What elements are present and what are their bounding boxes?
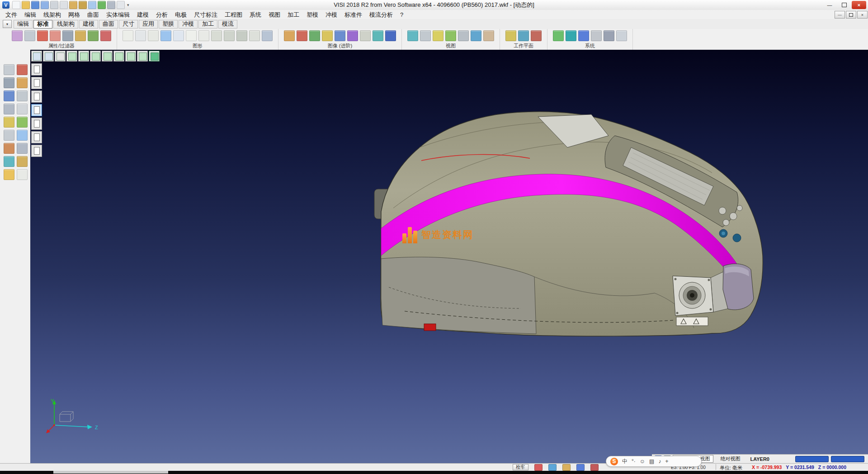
menu-item[interactable]: 文件 — [2, 10, 21, 19]
mdi-minimize-button[interactable]: — — [835, 11, 845, 19]
open-folder-icon[interactable] — [4, 169, 14, 180]
print-graphics-icon[interactable] — [24, 30, 35, 41]
menu-item[interactable]: 编辑 — [21, 10, 40, 19]
undo-icon[interactable] — [69, 1, 77, 9]
new-file-icon[interactable] — [12, 1, 20, 9]
named-view-icon[interactable] — [483, 30, 494, 41]
zoom-in-icon[interactable] — [433, 30, 443, 41]
environment-icon[interactable] — [360, 30, 371, 41]
tab-dimension[interactable]: 尺寸 — [119, 20, 138, 28]
copy-icon[interactable] — [88, 1, 96, 9]
ime-keyboard[interactable]: ▤ — [649, 458, 654, 465]
attributes-icon[interactable] — [12, 30, 23, 41]
snap-indicator-icon[interactable] — [534, 464, 542, 471]
save-all-icon[interactable] — [41, 1, 49, 9]
select-tool-icon[interactable] — [4, 64, 14, 75]
menu-item[interactable]: 尺寸标注 — [190, 10, 221, 19]
menu-item[interactable]: 网格 — [65, 10, 84, 19]
view-cube-back-icon[interactable] — [113, 51, 124, 62]
scale-tool-icon[interactable] — [17, 117, 28, 128]
workplane-standard-icon[interactable] — [505, 30, 516, 41]
menu-item[interactable]: 塑模 — [303, 10, 322, 19]
previous-view-icon[interactable] — [471, 30, 481, 41]
ime-logo-icon[interactable]: S — [610, 458, 618, 465]
menu-item[interactable]: 标准件 — [341, 10, 366, 19]
workplane-entity-icon[interactable] — [531, 30, 542, 41]
app-logo-icon[interactable]: V — [2, 1, 9, 9]
lighting-icon[interactable] — [335, 30, 345, 41]
edge-display-icon[interactable] — [249, 30, 260, 41]
ime-toolbox[interactable]: + — [665, 458, 668, 465]
saved-view-slot-3[interactable] — [31, 90, 42, 103]
purge-icon[interactable] — [100, 30, 111, 41]
view-cube-front-icon[interactable] — [90, 51, 101, 62]
view-cube-dimetric-icon[interactable] — [149, 51, 160, 62]
globe-icon[interactable] — [566, 30, 576, 41]
window-system-icon[interactable] — [578, 30, 589, 41]
transparency-icon[interactable] — [173, 30, 184, 41]
red-switch[interactable] — [424, 324, 436, 331]
paste-icon[interactable] — [98, 1, 106, 9]
tab-apply[interactable]: 应用 — [139, 20, 158, 28]
saved-view-slot-5[interactable] — [31, 118, 42, 130]
maximize-button[interactable] — [837, 1, 851, 9]
menu-item[interactable]: 视图 — [265, 10, 284, 19]
section-view-icon[interactable] — [211, 30, 222, 41]
tab-modeling[interactable]: 建模 — [79, 20, 98, 28]
menu-item[interactable]: 工程图 — [221, 10, 246, 19]
mdi-close-button[interactable]: × — [857, 11, 868, 19]
saved-view-slot-4[interactable] — [31, 104, 42, 116]
minimize-button[interactable]: — — [823, 1, 836, 9]
view-cube-bottom-icon[interactable] — [137, 51, 148, 62]
perspective-icon[interactable] — [616, 30, 627, 41]
solid-tool-icon[interactable] — [4, 130, 14, 141]
taskbar-segment[interactable] — [53, 471, 168, 474]
active-layer-label[interactable]: LAYER0 — [750, 456, 769, 462]
menu-item[interactable]: 实体编辑 — [103, 10, 133, 19]
hidden-line-icon[interactable] — [148, 30, 159, 41]
render-icon[interactable] — [284, 30, 295, 41]
shaded-view-icon[interactable] — [123, 30, 133, 41]
shaded-edges-icon[interactable] — [160, 30, 171, 41]
preview-icon[interactable] — [60, 1, 68, 9]
view-mode-label[interactable]: 绝对视图 — [721, 455, 741, 462]
box-view-icon[interactable] — [224, 30, 235, 41]
tab-die[interactable]: 冲模 — [179, 20, 198, 28]
progress-bar-1[interactable] — [795, 456, 829, 462]
help-icon[interactable] — [117, 1, 125, 9]
menu-item[interactable]: 冲模 — [322, 10, 341, 19]
redo-icon[interactable] — [79, 1, 87, 9]
ime-emoji[interactable]: ☺ — [640, 458, 645, 465]
save-icon[interactable] — [31, 1, 39, 9]
rotate-tool-icon[interactable] — [17, 104, 28, 114]
solid-display-icon[interactable] — [236, 30, 247, 41]
quick-access-dropdown[interactable]: ▾ — [127, 3, 129, 7]
progress-bar-2[interactable] — [831, 456, 864, 462]
tab-edit[interactable]: 编辑 — [14, 20, 33, 28]
view-cube-top-icon[interactable] — [78, 51, 89, 62]
tab-moldflow[interactable]: 模流 — [218, 20, 237, 28]
ime-toolbar[interactable]: S 中°·☺▤♪+ — [606, 456, 702, 467]
zoom-window-icon[interactable] — [420, 30, 431, 41]
open-file-icon[interactable] — [22, 1, 30, 9]
ime-mic[interactable]: ♪ — [658, 458, 661, 465]
grid-icon[interactable] — [591, 30, 602, 41]
mask-icon[interactable] — [75, 30, 86, 41]
refresh-view-icon[interactable] — [262, 30, 273, 41]
saved-view-slot-1[interactable] — [31, 63, 42, 76]
texture-icon[interactable] — [322, 30, 333, 41]
viewport-split-icon[interactable] — [43, 51, 54, 62]
saved-view-slot-6[interactable] — [31, 131, 42, 143]
tab-wireframe[interactable]: 线架构 — [53, 20, 78, 28]
pan-icon[interactable] — [458, 30, 469, 41]
zoom-all-icon[interactable] — [407, 30, 418, 41]
saved-view-slot-2[interactable] — [31, 77, 42, 89]
tab-standard[interactable]: 标准 — [33, 20, 52, 28]
advanced-render-icon[interactable] — [385, 30, 396, 41]
cylinder-quality-icon[interactable] — [186, 30, 197, 41]
filter-elements-icon[interactable] — [37, 30, 48, 41]
tab-dropdown[interactable]: ▼ — [3, 20, 12, 28]
wireframe-view-icon[interactable] — [135, 30, 146, 41]
menu-item[interactable]: ? — [396, 10, 407, 19]
menu-item[interactable]: 加工 — [284, 10, 303, 19]
